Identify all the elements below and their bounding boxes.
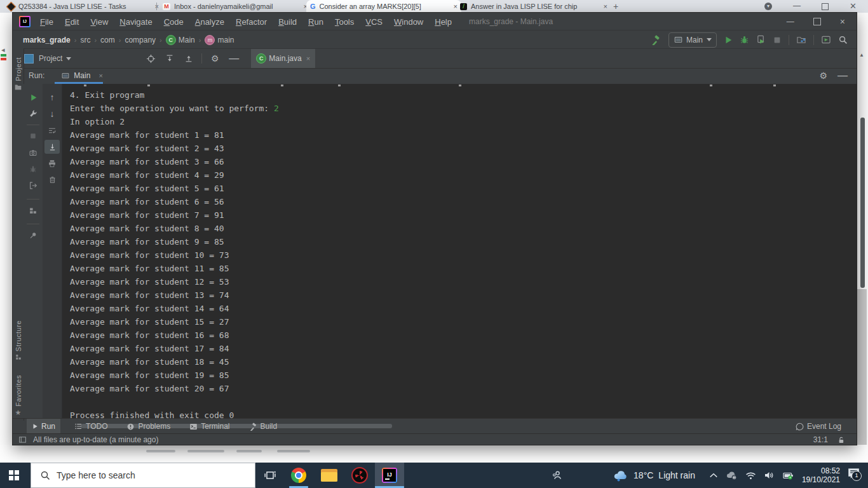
taskbar-antivirus-button[interactable] [346,463,374,488]
minimize-icon[interactable]: — [787,17,794,26]
toolbar-todo-button[interactable]: TODO [69,419,112,434]
browser-scrollbar[interactable] [857,289,867,445]
menu-file[interactable]: File [34,17,59,27]
locate-target-icon[interactable] [141,50,160,67]
battery-charging-icon[interactable] [782,471,794,480]
stop-button[interactable] [24,128,43,144]
caret-position[interactable]: 31:1 [813,435,828,444]
wifi-icon[interactable] [745,471,756,480]
gear-icon[interactable]: ⚙ [819,71,827,81]
console-output[interactable]: 4. Exit programEnter the operation you w… [70,88,279,422]
speaker-icon[interactable] [764,471,775,480]
new-tab-button[interactable]: + [613,2,618,11]
menu-view[interactable]: View [85,17,114,27]
gear-icon[interactable]: ⚙ [205,50,224,67]
taskbar-file-explorer-button[interactable] [315,463,343,488]
down-stack-trace-icon[interactable]: ↓ [43,105,62,122]
maximize-icon[interactable] [813,18,821,25]
rerun-button[interactable] [24,89,43,105]
action-center-button[interactable]: 1 [848,468,863,483]
soft-wrap-icon[interactable] [43,122,62,139]
task-view-button[interactable] [256,463,284,488]
menu-vcs[interactable]: VCS [360,17,388,27]
browser-tab-4[interactable]: / Answer in Java LISP LISE for chip × [456,0,611,13]
toolbar-run-button[interactable]: Run [27,419,60,434]
project-panel-title[interactable]: Project [39,54,62,63]
expand-all-icon[interactable] [160,50,179,67]
stripe-button-structure[interactable]: Structure [13,320,24,360]
browser-tab-3-active[interactable]: G Consider an array MARKS[20][5] × [306,0,461,13]
pin-icon[interactable] [24,227,43,243]
people-icon[interactable] [552,470,562,481]
stripe-button-favorites[interactable]: Favorites ★ [13,375,24,417]
print-icon[interactable] [43,155,62,172]
browser-restore-button[interactable] [822,3,829,10]
onedrive-paused-icon[interactable] [726,471,738,480]
taskbar-intellij-button-active[interactable]: IJ [375,463,404,488]
menu-build[interactable]: Build [273,17,302,27]
tool-window-toggle-icon[interactable] [17,431,28,448]
hidden-icons-chevron-icon[interactable] [709,472,718,478]
menu-edit[interactable]: Edit [59,17,85,27]
tab-close-icon[interactable]: × [98,72,102,79]
thread-dump-camera-icon[interactable] [24,144,43,161]
menu-run[interactable]: Run [302,17,329,27]
breadcrumb-company[interactable]: company [125,36,156,44]
stop-button[interactable] [773,36,782,44]
event-log-button[interactable]: Event Log [790,419,846,434]
menu-code[interactable]: Code [158,17,189,27]
run-anything-icon[interactable] [821,35,831,44]
toolbar-build-button[interactable]: Build [244,419,283,434]
taskbar-chrome-button[interactable] [285,463,313,488]
chevron-down-icon[interactable] [66,57,71,60]
browser-close-button[interactable]: ✕ [850,2,857,10]
weather-widget[interactable]: 18°C Light rain [612,469,695,482]
run-config-selector[interactable]: Main [668,32,717,48]
stripe-button-project[interactable]: Project [13,57,24,90]
profiler-icon[interactable] [796,35,806,44]
toolbar-terminal-button[interactable]: Terminal [184,419,234,434]
taskbar-search-box[interactable]: Type here to search [31,463,255,488]
menu-analyze[interactable]: Analyze [189,17,230,27]
hide-panel-icon[interactable]: — [224,50,243,67]
toolbar-problems-button[interactable]: Problems [121,419,175,434]
restart-debug-icon[interactable] [24,161,43,177]
up-stack-trace-icon[interactable]: ↑ [43,89,62,105]
menu-refactor[interactable]: Refactor [230,17,273,27]
menu-navigate[interactable]: Navigate [114,17,158,27]
tab-close-icon[interactable]: × [604,3,607,10]
tab-close-icon[interactable]: × [306,55,310,62]
scroll-to-end-button[interactable] [43,139,62,155]
browser-tab-1[interactable]: Q253384 - Java LISP LISE - Tasks × [4,0,163,13]
taskbar-clock[interactable]: 08:52 19/10/2021 [802,466,840,484]
search-everywhere-icon[interactable] [838,35,848,44]
menu-window[interactable]: Window [388,17,429,27]
scroll-up-icon[interactable]: ▲ [859,52,864,58]
collapse-all-icon[interactable] [179,50,198,67]
menu-tools[interactable]: Tools [329,17,360,27]
console-vertical-scrollbar[interactable] [860,118,865,288]
breadcrumb-com[interactable]: com [100,36,115,44]
edit-configuration-wrench-icon[interactable] [24,105,43,122]
editor-tab-main-java[interactable]: C Main.java × [251,49,315,68]
browser-tab-2[interactable]: M Inbox - danielnyamaikeli@gmail × [159,0,311,13]
start-button[interactable] [0,463,28,488]
layout-icon[interactable] [24,202,43,219]
build-hammer-icon[interactable] [650,32,661,48]
terminal-icon [189,423,198,431]
hide-panel-icon[interactable]: — [837,70,848,81]
tab-search-icon[interactable]: ▾ [764,3,772,10]
clear-console-trash-icon[interactable] [43,172,62,188]
breadcrumb-method[interactable]: main [217,36,234,44]
unlock-icon[interactable] [837,436,845,444]
run-with-coverage-button[interactable] [756,35,766,44]
browser-minimize-button[interactable]: — [793,2,801,10]
exit-icon[interactable] [24,177,43,194]
breadcrumb-src[interactable]: src [80,36,90,44]
debug-button[interactable] [740,35,749,44]
menu-help[interactable]: Help [429,17,458,27]
close-icon[interactable]: × [840,17,845,27]
breadcrumb-class[interactable]: Main [179,36,195,44]
run-button[interactable] [724,36,733,44]
breadcrumb-project[interactable]: marks_grade [23,36,71,44]
